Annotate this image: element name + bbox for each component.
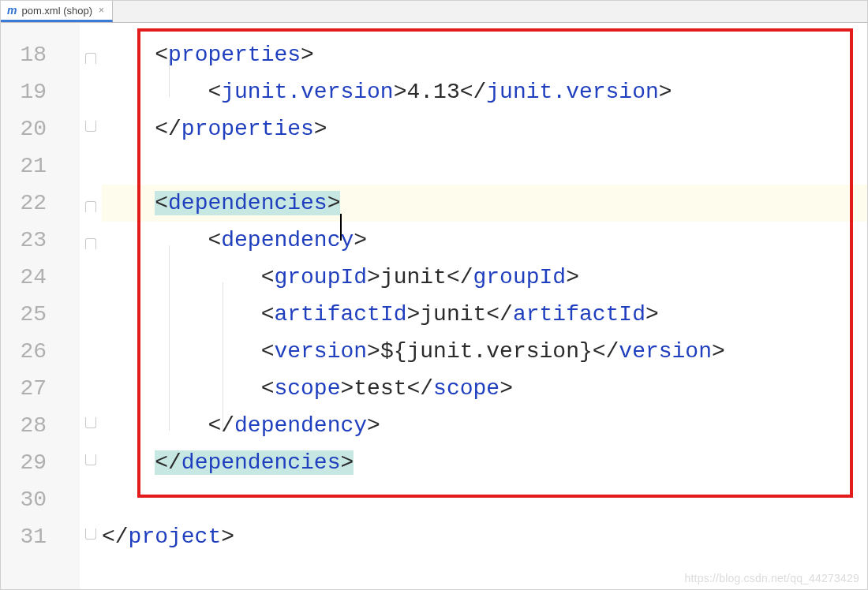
code-area[interactable]: <properties> <junit.version>4.13</junit.… (80, 23, 867, 589)
line-number: 28 (1, 407, 80, 444)
line-number: 30 (1, 481, 80, 518)
code-line[interactable]: </project> (102, 518, 867, 555)
code-line[interactable]: </properties> (102, 110, 867, 148)
line-number: 22 (1, 185, 80, 222)
code-line[interactable]: <groupId>junit</groupId> (102, 259, 867, 296)
code-line-current[interactable]: <dependencies> (102, 185, 867, 222)
code-line[interactable] (102, 148, 867, 185)
code-line[interactable]: </dependency> (102, 407, 867, 444)
line-number: 25 (1, 296, 80, 333)
line-number: 21 (1, 148, 80, 185)
tab-label: pom.xml (shop) (21, 5, 92, 17)
line-number: 23 (1, 222, 80, 259)
line-number: 27 (1, 370, 80, 407)
code-line[interactable]: <dependency> (102, 222, 867, 259)
code-line[interactable]: <properties> (102, 36, 867, 73)
line-number: 19 (1, 73, 80, 110)
code-line[interactable]: <artifactId>junit</artifactId> (102, 296, 867, 333)
code-line[interactable] (102, 481, 867, 518)
line-number: 24 (1, 259, 80, 296)
line-number: 26 (1, 333, 80, 370)
line-number: 18 (1, 36, 80, 73)
close-icon[interactable]: × (97, 5, 106, 16)
code-line[interactable]: <scope>test</scope> (102, 370, 867, 407)
maven-icon: m (7, 4, 17, 17)
line-number: 20 (1, 110, 80, 148)
code-line[interactable]: <version>${junit.version}</version> (102, 333, 867, 370)
watermark-text: https://blog.csdn.net/qq_44273429 (685, 572, 859, 584)
editor-tab-pom[interactable]: m pom.xml (shop) × (1, 1, 113, 22)
line-number: 31 (1, 518, 80, 555)
code-line[interactable]: </dependencies> (102, 444, 867, 481)
line-number: 29 (1, 444, 80, 481)
tab-bar: m pom.xml (shop) × (1, 1, 867, 23)
line-number-gutter: 18 19 20 21 22 23 24 25 26 27 28 29 30 3… (1, 23, 80, 589)
code-line[interactable]: <junit.version>4.13</junit.version> (102, 73, 867, 110)
editor: 18 19 20 21 22 23 24 25 26 27 28 29 30 3… (1, 23, 867, 589)
